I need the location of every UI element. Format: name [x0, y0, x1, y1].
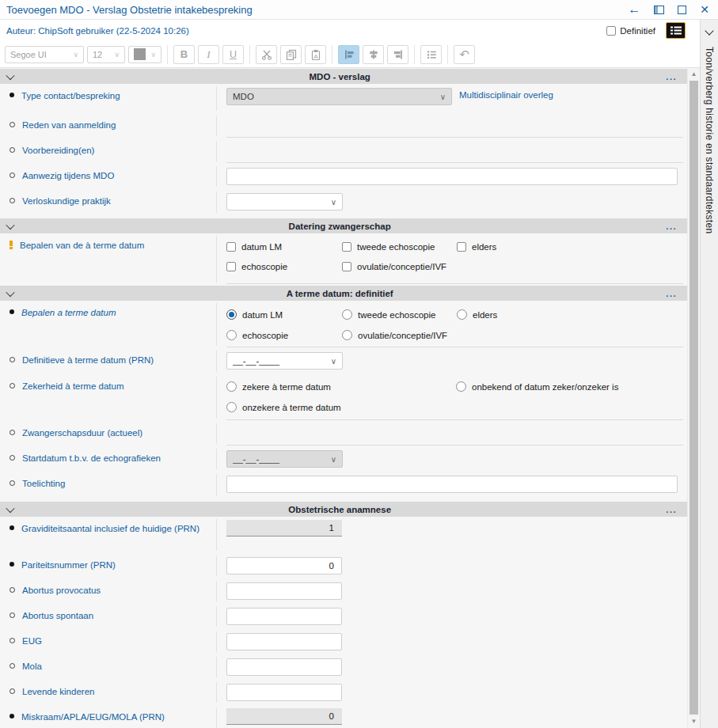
- collapse-icon[interactable]: [6, 220, 14, 229]
- field-label: Pariteitsnummer (PRN): [21, 559, 116, 578]
- levende-kinderen-input[interactable]: [226, 684, 342, 701]
- align-left-button[interactable]: [338, 45, 359, 64]
- radio-zekere-datum[interactable]: zekere à terme datum: [226, 381, 456, 392]
- eug-input[interactable]: [226, 633, 342, 650]
- radio-icon[interactable]: [342, 309, 352, 320]
- italic-button[interactable]: I: [198, 45, 219, 64]
- abortus-provocatus-input[interactable]: [226, 582, 342, 600]
- field-label: Abortus provocatus: [22, 585, 101, 604]
- voorbereiding-value-area[interactable]: [216, 138, 687, 164]
- checkbox-elders[interactable]: elders: [457, 242, 682, 252]
- definitief-checkbox[interactable]: [606, 26, 616, 36]
- checkbox-datum-lm[interactable]: datum LM: [226, 242, 342, 252]
- definitief-checkbox-group[interactable]: Definitief: [606, 26, 655, 36]
- checkbox-ovulatie[interactable]: ovulatie/conceptie/IVF: [342, 262, 457, 271]
- align-right-button[interactable]: [387, 45, 408, 64]
- radio-icon[interactable]: [457, 309, 467, 320]
- checkbox-icon[interactable]: [342, 262, 351, 271]
- align-right-icon: [393, 49, 404, 60]
- radio-icon[interactable]: [226, 330, 237, 340]
- maximize-icon[interactable]: [678, 6, 686, 14]
- abortus-spontaan-input[interactable]: [226, 608, 342, 625]
- chevron-down-icon: ∨: [440, 93, 446, 101]
- radio-tweede-echoscopie[interactable]: tweede echoscopie: [342, 309, 457, 320]
- font-color-select[interactable]: ∨: [128, 46, 161, 63]
- copy-button[interactable]: [280, 45, 302, 64]
- type-contact-select[interactable]: MDO ∨: [226, 88, 452, 105]
- back-arrow-icon[interactable]: ←: [628, 3, 640, 16]
- infobar: Auteur: ChipSoft gebruiker (22-5-2024 10…: [0, 20, 700, 41]
- radio-echoscopie[interactable]: echoscopie: [226, 330, 342, 340]
- section-header-anamnese[interactable]: Obstetrische anamnese ...: [0, 502, 687, 517]
- scrollbar-thumb[interactable]: [690, 81, 698, 715]
- section-menu-icon[interactable]: ...: [666, 505, 680, 514]
- dock-panel-icon[interactable]: [654, 6, 664, 14]
- section-menu-icon[interactable]: ...: [666, 289, 680, 298]
- radio-icon[interactable]: [342, 330, 352, 340]
- optional-open-icon: [9, 455, 15, 461]
- mola-input[interactable]: [226, 658, 342, 676]
- field-row-bepalen-aterme: Bepalen a terme datum datum LM tweede ec…: [0, 301, 687, 348]
- optional-open-icon: [9, 612, 15, 618]
- radio-datum-lm[interactable]: datum LM: [226, 309, 342, 320]
- font-size-select[interactable]: 12 ∨: [87, 46, 125, 63]
- section-title: MDO - verslag: [20, 72, 659, 82]
- field-label: Mola: [22, 661, 42, 680]
- pariteit-input[interactable]: [226, 557, 342, 574]
- radio-icon[interactable]: [226, 381, 237, 392]
- radio-onbekend[interactable]: onbekend of datum zeker/onzeker is: [456, 381, 682, 392]
- radio-ovulatie[interactable]: ovulatie/conceptie/IVF: [342, 330, 457, 340]
- aanwezig-input[interactable]: [226, 168, 678, 185]
- field-label: Bepalen a terme datum: [21, 307, 116, 348]
- underline-button[interactable]: U: [222, 45, 244, 64]
- field-row-pariteit: Pariteitsnummer (PRN): [0, 553, 687, 578]
- radio-icon[interactable]: [226, 402, 237, 412]
- checkbox-icon[interactable]: [457, 242, 466, 252]
- chevron-down-icon: [705, 26, 713, 35]
- verloskundige-select[interactable]: ∨: [226, 193, 343, 210]
- field-row-bepalen-datering: Bepalen van de à terme datum datum LM tw…: [0, 233, 687, 285]
- checkbox-echoscopie[interactable]: echoscopie: [226, 262, 342, 271]
- collapse-icon[interactable]: [6, 287, 14, 296]
- section-header-datering[interactable]: Datering zwangerschap ...: [0, 218, 687, 233]
- section-header-mdo-verslag[interactable]: MDO - verslag ...: [0, 69, 687, 84]
- toggle-history-panel[interactable]: Toon/verberg historie en standaardtekste…: [700, 20, 718, 728]
- radio-onzekere-datum[interactable]: onzekere à terme datum: [226, 402, 456, 412]
- collapse-icon[interactable]: [6, 70, 14, 79]
- collapse-icon[interactable]: [6, 503, 14, 512]
- field-label: Bepalen van de à terme datum: [20, 240, 144, 285]
- definitieve-datum-select[interactable]: __-__-____ ∨: [226, 352, 343, 370]
- checkbox-icon[interactable]: [342, 242, 351, 252]
- bullet-list-button[interactable]: [420, 45, 442, 64]
- field-row-zekerheid: Zekerheid à terme datum zekere à terme d…: [0, 374, 687, 421]
- radio-icon[interactable]: [456, 381, 466, 392]
- standard-text-toggle-button[interactable]: [666, 22, 686, 39]
- checkbox-icon[interactable]: [226, 262, 236, 271]
- section-menu-icon[interactable]: ...: [666, 222, 680, 231]
- paste-button[interactable]: A: [305, 45, 326, 64]
- scroll-up-icon[interactable]: ▲: [688, 69, 700, 80]
- section-header-aterme[interactable]: A terme datum: definitief ...: [0, 286, 687, 301]
- font-family-select[interactable]: Segoe UI ∨: [5, 46, 84, 63]
- bold-button[interactable]: B: [173, 45, 195, 64]
- close-icon[interactable]: ✕: [700, 4, 709, 15]
- scroll-down-icon[interactable]: ▼: [688, 716, 700, 727]
- vertical-scrollbar[interactable]: ▲ ▼: [687, 68, 700, 728]
- section-menu-icon[interactable]: ...: [666, 72, 680, 82]
- checkbox-icon[interactable]: [226, 242, 236, 252]
- chevron-down-icon: ∨: [146, 51, 156, 59]
- toelichting-input[interactable]: [226, 476, 678, 493]
- field-row-zwangerschapsduur: Zwangerschapsduur (actueel): [0, 421, 687, 446]
- align-center-button[interactable]: [363, 45, 384, 64]
- optional-open-icon: [9, 173, 15, 178]
- undo-button[interactable]: ↶: [454, 45, 475, 64]
- checkbox-tweede-echoscopie[interactable]: tweede echoscopie: [342, 242, 457, 252]
- radio-selected-icon[interactable]: [226, 309, 237, 320]
- radio-elders[interactable]: elders: [457, 309, 682, 320]
- reden-value-area[interactable]: [216, 113, 687, 138]
- optional-open-icon: [9, 587, 15, 593]
- field-row-eug: EUG: [0, 629, 687, 654]
- cut-button[interactable]: [256, 45, 277, 64]
- titlebar: Toevoegen MDO - Verslag Obstetrie intake…: [0, 0, 718, 20]
- zwangerschapsduur-value-area[interactable]: [216, 421, 687, 446]
